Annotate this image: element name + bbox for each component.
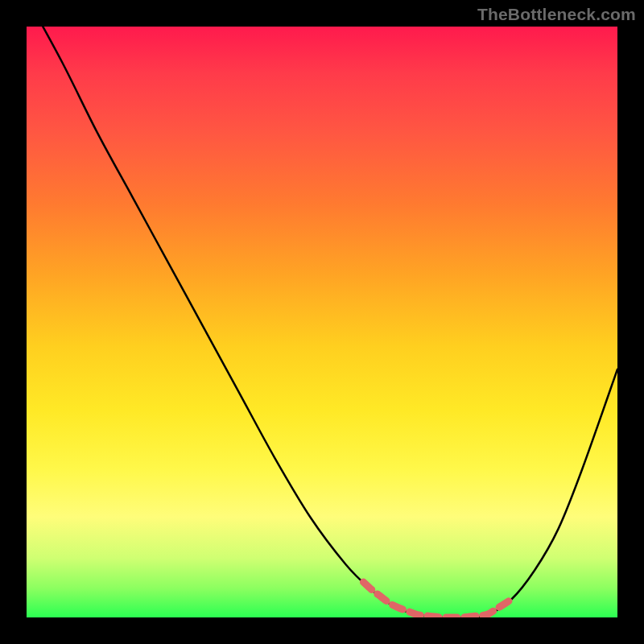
chart-overlay-svg xyxy=(27,27,617,617)
chart-container: TheBottleneck.com xyxy=(0,0,644,644)
bottleneck-curve xyxy=(27,27,617,617)
watermark-text: TheBottleneck.com xyxy=(477,5,636,24)
highlight-segment xyxy=(363,582,511,617)
